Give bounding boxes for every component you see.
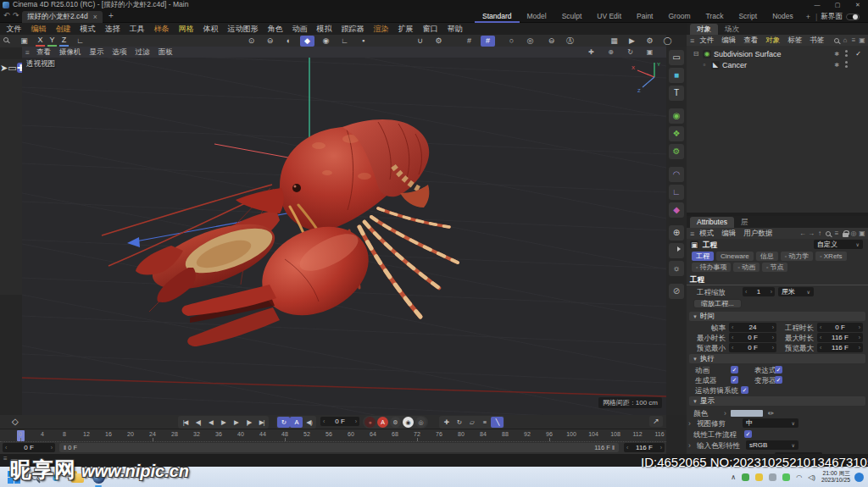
- menu-动画[interactable]: 动画: [287, 24, 312, 35]
- home-icon[interactable]: ⌂: [841, 36, 849, 44]
- object-tree-item-cancer[interactable]: ▫◣Cancer✱: [687, 59, 868, 70]
- category-tab-信息[interactable]: 信息: [756, 252, 778, 261]
- menu-角色[interactable]: 角色: [263, 24, 287, 35]
- key-settings-icon[interactable]: ⚙: [390, 417, 401, 428]
- back-icon[interactable]: ←: [798, 230, 807, 237]
- x-axis-lock[interactable]: X: [36, 36, 45, 47]
- range-end-spinner[interactable]: ‹116 F›: [624, 443, 665, 452]
- redo-icon[interactable]: ↷: [13, 11, 19, 19]
- preset-dropdown[interactable]: 自定义∨: [814, 240, 863, 249]
- keyframe-diamond-icon[interactable]: ◇: [12, 417, 19, 426]
- filter-icon[interactable]: ≡: [832, 230, 841, 237]
- search-icon[interactable]: [824, 231, 832, 236]
- model-mode-icon[interactable]: ⊖: [263, 36, 277, 47]
- exec-checkbox[interactable]: ✓: [731, 376, 738, 384]
- tray-gray-icon[interactable]: [769, 473, 776, 481]
- unit-dropdown[interactable]: 厘米∨: [778, 287, 814, 296]
- visibility-dots-icon[interactable]: [845, 61, 848, 64]
- texture-mode-icon[interactable]: ◐: [281, 36, 296, 47]
- display-section-header[interactable]: ▼显示: [689, 396, 865, 406]
- object-mode-icon[interactable]: ◆: [300, 36, 314, 47]
- point-mode-icon[interactable]: ◉: [319, 36, 333, 47]
- render-settings-icon[interactable]: ⚙: [643, 36, 657, 47]
- field-spinner[interactable]: ‹0 F›: [729, 343, 776, 352]
- attr-menu-模式[interactable]: 模式: [699, 229, 714, 239]
- viewport-menu-摄像机[interactable]: 摄像机: [59, 47, 81, 58]
- taskbar-clock[interactable]: 21:00 周三 2023/10/25: [821, 470, 850, 484]
- up-icon[interactable]: ↑: [815, 230, 824, 237]
- next-key-icon[interactable]: |▶: [242, 417, 255, 428]
- key-position-icon[interactable]: ✚: [440, 417, 453, 428]
- text-object-icon[interactable]: T: [669, 86, 684, 101]
- viewport-menu-面板[interactable]: 面板: [158, 47, 172, 58]
- object-manager-tab-场次[interactable]: 场次: [718, 24, 746, 35]
- om-menu-对象[interactable]: 对象: [765, 36, 780, 46]
- workspace-tab-paint[interactable]: Paint: [629, 10, 660, 23]
- maximize-button[interactable]: ▢: [827, 0, 848, 10]
- edge-mode-icon[interactable]: ∟: [337, 36, 352, 47]
- viewport-menu-icon[interactable]: ≡: [25, 48, 30, 57]
- menu-样条[interactable]: 样条: [149, 24, 174, 35]
- workspace-tab-model[interactable]: Model: [520, 10, 554, 23]
- volume-icon[interactable]: ◆: [669, 202, 684, 218]
- viewport[interactable]: ≡ 查看摄像机显示选项过滤面板 ✚⊕↻▣ 透视视图 网格间距 : 100 cm …: [22, 47, 666, 415]
- record-off-icon[interactable]: ●: [364, 417, 376, 428]
- object-manager-tab-对象[interactable]: 对象: [690, 24, 718, 35]
- prev-frame-icon[interactable]: ◀: [204, 417, 217, 428]
- object-manager-menu-icon[interactable]: ≡: [690, 36, 694, 45]
- field-spinner[interactable]: ‹116 F›: [817, 333, 863, 342]
- snap-target-icon[interactable]: ◎: [523, 36, 537, 47]
- snap-disabled-icon[interactable]: ○: [504, 36, 519, 47]
- magnet-snap-icon[interactable]: ∪: [413, 36, 427, 47]
- add-tab-button[interactable]: +: [108, 11, 114, 20]
- workspace-tab-groom[interactable]: Groom: [660, 10, 698, 23]
- tray-wechat-icon[interactable]: [782, 473, 790, 481]
- status-icon[interactable]: ≡: [3, 455, 8, 462]
- auto-key-icon[interactable]: ╲: [491, 417, 504, 428]
- workplane-icon[interactable]: ∟: [73, 36, 87, 47]
- field-spinner[interactable]: ‹116 F›: [817, 343, 863, 352]
- keyframe-bar-icon[interactable]: A: [290, 417, 303, 428]
- interactive-render-icon[interactable]: ◯: [660, 36, 675, 47]
- generator-icon[interactable]: ⚙: [669, 144, 684, 159]
- next-frame-icon[interactable]: ▶: [230, 417, 242, 428]
- scale-spinner[interactable]: ‹1›: [743, 287, 775, 296]
- field-icon[interactable]: ∟: [669, 185, 684, 200]
- eyedropper-icon[interactable]: ✏: [768, 409, 774, 418]
- field-spinner[interactable]: ‹24›: [729, 323, 776, 332]
- forward-icon[interactable]: →: [807, 230, 815, 237]
- record-objects-icon[interactable]: ◉: [403, 417, 414, 428]
- viewport-menu-过滤[interactable]: 过滤: [135, 47, 149, 58]
- primitive-cube-icon[interactable]: ■: [669, 68, 684, 83]
- axis-lock-icon[interactable]: Ⓐ: [563, 36, 577, 47]
- autokey-record-icon[interactable]: A: [377, 417, 388, 428]
- attributes-menu-icon[interactable]: ≡: [690, 230, 694, 238]
- workspace-tab-nodes[interactable]: Nodes: [765, 10, 801, 23]
- panel-icon[interactable]: ▣: [858, 230, 866, 237]
- om-menu-标签[interactable]: 标签: [787, 36, 802, 46]
- axis-toggle-icon[interactable]: ⊖: [544, 36, 559, 47]
- menu-帮助[interactable]: 帮助: [442, 24, 467, 35]
- tray-chevron-icon[interactable]: ∧: [731, 473, 736, 481]
- search-icon[interactable]: [832, 38, 841, 43]
- key-parameter-icon[interactable]: ≡: [478, 417, 491, 428]
- menu-运动图形[interactable]: 运动图形: [223, 24, 263, 35]
- om-menu-文件[interactable]: 文件: [699, 36, 714, 46]
- key-scale-icon[interactable]: ▱: [465, 417, 478, 428]
- menu-选择[interactable]: 选择: [100, 24, 125, 35]
- timeline-scrollbar[interactable]: ‖ 0 F 116 F ‖: [59, 443, 619, 452]
- viewport-menu-选项[interactable]: 选项: [112, 47, 126, 58]
- loop-icon[interactable]: ↻: [277, 417, 290, 428]
- title-bar[interactable]: Cinema 4D R25.010 (RC) - [摆好的小龙虾2.c4d] -…: [0, 0, 868, 10]
- add-workspace-button[interactable]: +: [801, 13, 815, 21]
- workspace-tab-sculpt[interactable]: Sculpt: [554, 10, 590, 23]
- filter-icon[interactable]: ≡: [849, 36, 858, 44]
- input-color-dropdown[interactable]: sRGB∨: [746, 440, 798, 450]
- play-icon[interactable]: ▶: [217, 417, 230, 428]
- rotate-view-icon[interactable]: ↻: [625, 48, 636, 56]
- toolbar-search-icon[interactable]: [2, 37, 10, 42]
- target-icon[interactable]: ◎: [849, 230, 858, 237]
- category-tab-Cineware[interactable]: Cineware: [716, 252, 754, 261]
- volume-icon[interactable]: ◁): [808, 473, 815, 481]
- sound-icon[interactable]: ◀): [303, 417, 315, 428]
